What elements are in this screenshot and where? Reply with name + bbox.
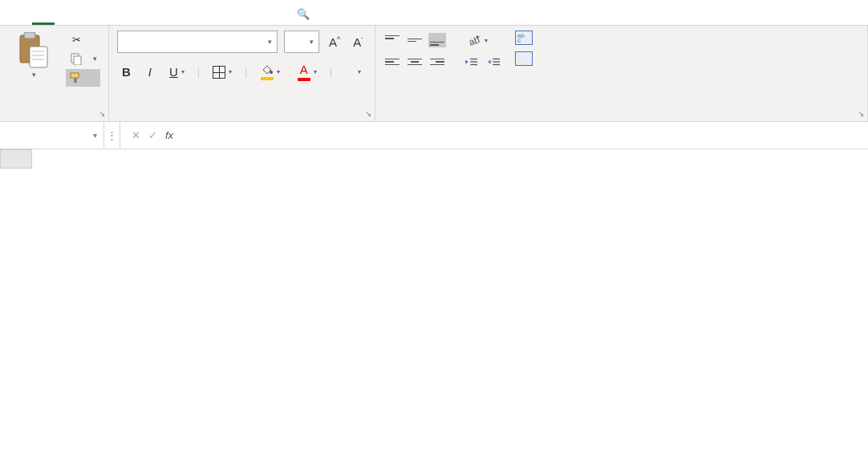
align-left-button[interactable]: [383, 55, 401, 69]
font-color-button[interactable]: A▾: [293, 59, 322, 84]
tab-view[interactable]: [212, 3, 234, 25]
phonetic-button[interactable]: [340, 69, 350, 75]
tab-data[interactable]: [160, 3, 183, 25]
alignment-launcher-icon[interactable]: ↘: [858, 109, 864, 118]
brush-icon: [69, 71, 83, 85]
divider-icon: ⋮: [104, 122, 120, 149]
clipboard-launcher-icon[interactable]: ↘: [99, 109, 105, 118]
copy-dropdown-icon: ▾: [93, 55, 97, 63]
tab-review[interactable]: [186, 3, 209, 25]
tab-developer[interactable]: [237, 3, 260, 25]
name-box[interactable]: ▾: [0, 122, 104, 149]
border-button[interactable]: ▾: [208, 63, 237, 82]
search-icon: 🔍: [297, 8, 310, 20]
wrap-text-icon: ab c: [515, 31, 533, 45]
border-icon: [213, 66, 225, 79]
alignment-group: ab▾: [375, 26, 868, 121]
svg-rect-1: [24, 32, 35, 39]
wrap-text-button[interactable]: ab c: [515, 31, 537, 45]
search-box[interactable]: 🔍: [289, 3, 321, 25]
tab-home[interactable]: [32, 3, 55, 25]
merge-center-button[interactable]: [515, 51, 537, 66]
cut-button[interactable]: ✂: [66, 31, 100, 48]
clipboard-group: ▾ ✂ ▾: [0, 26, 109, 121]
italic-button[interactable]: I: [144, 62, 156, 82]
fill-color-button[interactable]: ▾: [256, 61, 285, 83]
svg-point-9: [270, 71, 273, 74]
tab-formulas[interactable]: [135, 3, 157, 25]
svg-rect-7: [74, 56, 81, 65]
tab-draw[interactable]: [83, 3, 106, 25]
paste-dropdown-icon: ▾: [32, 71, 36, 79]
svg-rect-8: [71, 73, 79, 78]
underline-button[interactable]: U▾: [164, 62, 189, 82]
increase-indent-button[interactable]: [485, 55, 502, 69]
chevron-down-icon: ▾: [93, 131, 97, 140]
fx-icon[interactable]: fx: [165, 129, 173, 141]
formula-bar: ▾ ⋮ ✕ ✓ fx: [0, 122, 868, 149]
paste-icon: [17, 31, 51, 71]
format-painter-button[interactable]: [66, 69, 100, 87]
svg-rect-2: [30, 47, 47, 67]
chevron-down-icon: ▾: [310, 38, 314, 46]
svg-text:ab: ab: [467, 34, 481, 47]
decrease-font-button[interactable]: Aˇ: [350, 34, 367, 51]
copy-icon: [69, 51, 83, 66]
font-group: ▾ ▾ A^ Aˇ B I U▾ | ▾ |: [109, 26, 375, 121]
merge-icon: [515, 51, 533, 66]
increase-font-button[interactable]: A^: [326, 34, 343, 51]
decrease-indent-button[interactable]: [462, 55, 480, 69]
select-all-corner[interactable]: [0, 149, 32, 169]
copy-button[interactable]: ▾: [66, 50, 100, 67]
font-launcher-icon[interactable]: ↘: [365, 109, 371, 118]
bucket-icon: [261, 64, 274, 75]
enter-icon[interactable]: ✓: [148, 129, 157, 141]
align-top-button[interactable]: [383, 33, 401, 47]
paste-button[interactable]: ▾: [8, 31, 59, 79]
font-size-select[interactable]: ▾: [284, 31, 319, 53]
tab-file[interactable]: [6, 3, 29, 25]
align-middle-button[interactable]: [406, 33, 424, 47]
column-header-row: [0, 149, 868, 169]
align-right-button[interactable]: [428, 55, 446, 69]
ribbon: ▾ ✂ ▾: [0, 26, 868, 122]
chevron-down-icon: ▾: [268, 38, 272, 46]
tab-page-layout[interactable]: [109, 3, 132, 25]
orientation-button[interactable]: ab▾: [462, 31, 493, 50]
cancel-icon[interactable]: ✕: [132, 129, 140, 141]
scissors-icon: ✂: [69, 32, 83, 47]
bold-button[interactable]: B: [117, 62, 136, 82]
ribbon-tabs: 🔍: [0, 0, 868, 26]
orientation-icon: ab: [467, 34, 481, 47]
font-name-select[interactable]: ▾: [117, 31, 278, 53]
align-bottom-button[interactable]: [428, 33, 446, 47]
tab-insert[interactable]: [58, 3, 80, 25]
align-center-button[interactable]: [406, 55, 424, 69]
tab-help[interactable]: [263, 3, 286, 25]
